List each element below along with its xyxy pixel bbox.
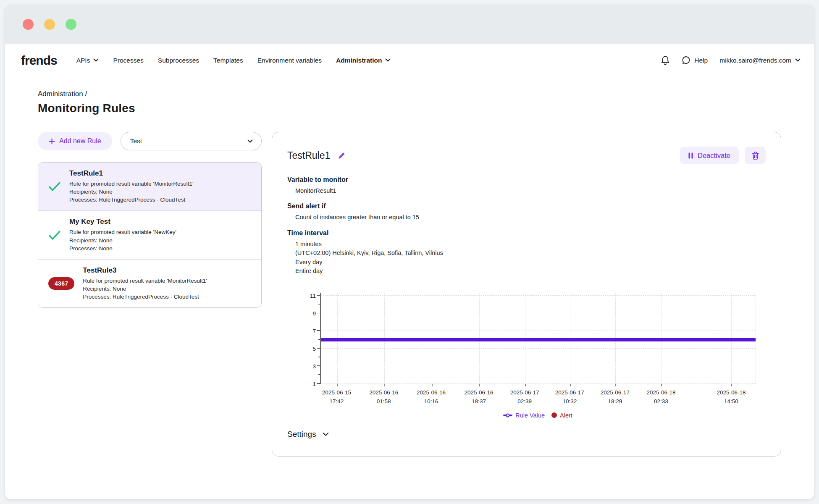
plus-icon	[49, 138, 55, 144]
notifications-button[interactable]	[661, 55, 670, 66]
x-label-time: 17:42	[322, 397, 351, 406]
window-maximize-button[interactable]	[66, 19, 76, 30]
rules-list: TestRule1Rule for promoted result variab…	[38, 162, 262, 308]
rule-value-line	[321, 338, 756, 341]
rule-detail-line: Processes: None	[69, 244, 176, 252]
rule-detail-line: Recipients: None	[69, 236, 176, 244]
legend-line-marker	[503, 415, 512, 416]
x-label-date: 2025-06-18	[717, 388, 746, 397]
section-heading: Variable to monitor	[287, 176, 766, 184]
settings-expander[interactable]: Settings	[287, 430, 329, 439]
rules-column: Add new Rule Test TestRule1Rule for prom…	[38, 132, 262, 308]
x-axis-tick	[615, 384, 616, 386]
x-axis-tick	[432, 384, 433, 386]
help-button[interactable]: Help	[682, 56, 708, 65]
page-title: Monitoring Rules	[38, 102, 781, 115]
x-label-time: 01:58	[369, 397, 398, 406]
rule-value-chart: 1357911 2025-06-1517:422025-06-1601:5820…	[300, 293, 756, 419]
rule-detail-sections: Variable to monitorMonitorResult1Send al…	[287, 176, 766, 276]
delete-rule-button[interactable]	[745, 147, 766, 164]
window-minimize-button[interactable]	[44, 19, 55, 30]
section-value-line: Entire day	[295, 267, 766, 276]
x-label-date: 2025-06-18	[646, 388, 675, 397]
chevron-down-icon	[795, 58, 801, 62]
section-value-line: (UTC+02:00) Helsinki, Kyiv, Riga, Sofia,…	[295, 249, 766, 257]
x-label-date: 2025-06-17	[510, 388, 539, 397]
x-axis-tick	[731, 384, 732, 386]
rule-detail-line: Processes: RuleTriggeredProcess - CloudT…	[69, 196, 194, 204]
x-label-date: 2025-06-17	[555, 388, 584, 397]
x-axis-tick	[479, 384, 480, 386]
section-value-line: Count of instances greater than or equal…	[295, 213, 766, 222]
pencil-icon	[338, 152, 346, 160]
detail-section: Variable to monitorMonitorResult1	[287, 176, 766, 195]
y-axis-tick	[317, 348, 320, 349]
chevron-down-icon	[93, 58, 99, 62]
legend-label: Rule Value	[515, 412, 545, 419]
x-axis-tick	[337, 384, 338, 386]
y-axis-minor-tick	[318, 374, 320, 375]
rule-actions: Deactivate	[680, 147, 766, 164]
add-new-rule-button[interactable]: Add new Rule	[38, 132, 112, 150]
y-gridline	[321, 383, 756, 384]
rule-detail-panel: TestRule1 Deactivate Variable	[272, 132, 781, 457]
x-axis-tick	[570, 384, 571, 386]
section-value-line: Every day	[295, 258, 766, 267]
y-axis-minor-tick	[318, 322, 320, 323]
legend-label: Alert	[560, 412, 572, 419]
x-axis-label: 2025-06-1517:42	[322, 388, 351, 406]
rule-status	[48, 230, 61, 240]
y-gridline	[321, 366, 756, 366]
y-axis-label: 7	[302, 328, 316, 334]
y-gridline	[321, 295, 756, 296]
user-menu[interactable]: mikko.sairo@frends.com	[719, 57, 801, 64]
y-axis-label: 5	[302, 346, 316, 352]
rule-detail-line: Rule for promoted result variable 'NewKe…	[69, 228, 176, 236]
rule-list-item[interactable]: 4367TestRule3Rule for promoted result va…	[38, 260, 261, 307]
app-window: frends APIsProcessesSubprocessesTemplate…	[5, 5, 814, 499]
breadcrumb[interactable]: Administration /	[38, 90, 781, 98]
rule-summary: My Key TestRule for promoted result vari…	[69, 218, 176, 252]
rule-list-item[interactable]: My Key TestRule for promoted result vari…	[38, 211, 261, 259]
nav-item-templates[interactable]: Templates	[213, 57, 243, 64]
y-gridline	[321, 313, 756, 313]
rule-filter-value: Test	[130, 137, 142, 145]
x-label-date: 2025-06-16	[369, 388, 398, 397]
nav-item-administration[interactable]: Administration	[336, 57, 391, 64]
rule-detail-line: Recipients: None	[83, 285, 207, 293]
detail-section: Send alert ifCount of instances greater …	[287, 202, 766, 222]
rule-detail-header: TestRule1 Deactivate	[287, 147, 766, 164]
rule-detail-line: Rule for promoted result variable 'Monit…	[69, 180, 194, 188]
x-axis-label: 2025-06-1702:39	[510, 388, 539, 406]
nav-menu: APIsProcessesSubprocessesTemplatesEnviro…	[76, 57, 391, 64]
y-axis-minor-tick	[318, 304, 320, 305]
x-axis-label: 2025-06-1618:37	[464, 388, 493, 406]
nav-item-environment-variables[interactable]: Environment variables	[257, 57, 322, 64]
x-label-time: 10:32	[555, 397, 584, 406]
rule-title: TestRule1	[69, 169, 194, 178]
nav-item-apis[interactable]: APIs	[76, 57, 99, 64]
nav-item-processes[interactable]: Processes	[113, 57, 143, 64]
edit-rule-name-button[interactable]	[337, 151, 346, 160]
trash-icon	[752, 152, 759, 160]
rule-detail-line: Processes: RuleTriggeredProcess - CloudT…	[83, 293, 207, 301]
rule-list-item[interactable]: TestRule1Rule for promoted result variab…	[38, 163, 261, 211]
bell-icon	[661, 55, 670, 66]
section-value-line: MonitorResult1	[295, 186, 766, 195]
frends-logo[interactable]: frends	[21, 53, 57, 68]
rule-status	[48, 181, 61, 192]
y-axis-label: 9	[302, 310, 316, 317]
rule-filter-select[interactable]: Test	[121, 132, 262, 150]
nav-item-subprocesses[interactable]: Subprocesses	[158, 57, 199, 64]
deactivate-button[interactable]: Deactivate	[680, 147, 739, 164]
page-content: Administration / Monitoring Rules Add ne…	[5, 77, 814, 457]
detail-section: Time interval1 minutes(UTC+02:00) Helsin…	[287, 229, 766, 276]
window-close-button[interactable]	[23, 19, 34, 30]
deactivate-label: Deactivate	[698, 152, 730, 160]
nav-item-label: APIs	[76, 57, 90, 64]
chart-x-axis-labels: 2025-06-1517:422025-06-1601:582025-06-16…	[320, 388, 756, 411]
window-titlebar	[5, 5, 814, 44]
x-axis-label: 2025-06-1802:33	[646, 388, 675, 406]
legend-item: Alert	[551, 412, 572, 419]
x-label-time: 18:37	[464, 397, 493, 406]
